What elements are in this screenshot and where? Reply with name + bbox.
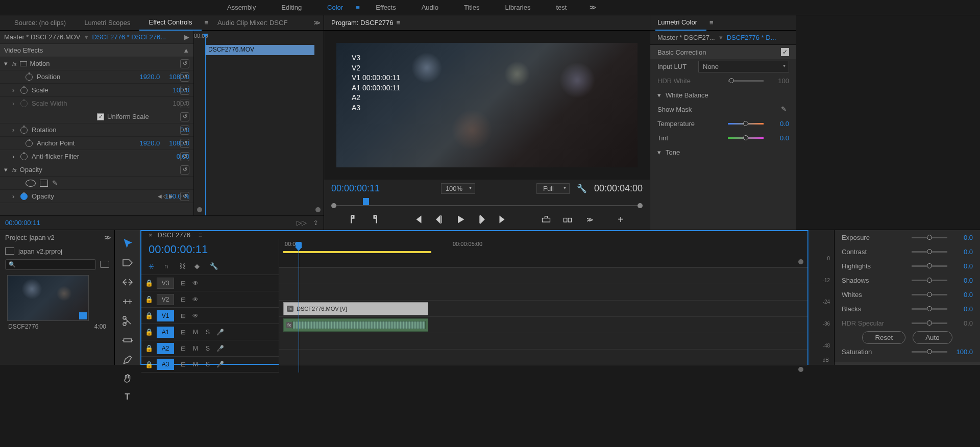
video-clip[interactable]: fx DSCF2776.MOV [V]: [283, 302, 428, 315]
lock-a3-icon[interactable]: 🔒: [141, 361, 157, 368]
pen-mask-icon[interactable]: ✎: [52, 179, 58, 187]
extract-button[interactable]: [562, 214, 573, 225]
contrast-value[interactable]: 0.0: [952, 248, 973, 256]
workspace-assembly[interactable]: Assembly: [214, 4, 268, 11]
tab-lumetri-scopes[interactable]: Lumetri Scopes: [75, 15, 139, 31]
workspace-titles[interactable]: Titles: [451, 4, 493, 11]
ec-scroll-right[interactable]: [315, 207, 321, 212]
twisty-icon[interactable]: ›: [12, 153, 18, 160]
pen-tool-icon[interactable]: [121, 354, 134, 366]
new-bin-icon[interactable]: [100, 261, 109, 268]
creative-header[interactable]: Creative ✓: [835, 362, 980, 365]
reset-rotation-button[interactable]: ↺: [180, 126, 189, 135]
track-content-a1[interactable]: fx: [279, 316, 807, 333]
ripple-edit-tool-icon[interactable]: [121, 276, 134, 288]
twisty-icon[interactable]: ›: [12, 86, 18, 94]
shadows-value[interactable]: 0.0: [952, 277, 973, 284]
marker-icon[interactable]: ◆: [194, 262, 203, 270]
solo-button[interactable]: S: [202, 361, 214, 368]
audio-clip[interactable]: fx: [283, 318, 428, 332]
track-label-v1[interactable]: V1: [157, 310, 174, 321]
reset-opacity-button[interactable]: ↺: [180, 165, 189, 175]
workspace-editing[interactable]: Editing: [268, 4, 314, 11]
temperature-slider[interactable]: [728, 123, 764, 125]
whites-slider[interactable]: [912, 294, 947, 295]
timeline-close-icon[interactable]: ×: [149, 231, 153, 239]
panel-menu-icon[interactable]: ≡: [205, 19, 209, 27]
snap-icon[interactable]: ⚹: [149, 262, 157, 270]
program-menu-icon[interactable]: ≡: [396, 19, 400, 27]
quality-dropdown[interactable]: Full: [536, 183, 570, 194]
workspace-libraries[interactable]: Libraries: [493, 4, 544, 11]
ec-timeline-clip[interactable]: DSCF2776.MOV: [205, 45, 314, 55]
workspace-overflow-icon[interactable]: >>: [590, 4, 594, 11]
project-title[interactable]: Project: japan v2: [5, 234, 55, 241]
ec-motion-row[interactable]: ▾ fx Motion ↺: [0, 57, 193, 70]
workspace-menu-icon[interactable]: ≡: [356, 4, 363, 11]
workspace-test[interactable]: test: [543, 4, 579, 11]
stopwatch-icon[interactable]: [20, 153, 28, 160]
tint-slider[interactable]: [728, 137, 764, 139]
timeline-timecode[interactable]: 00:00:00:11: [141, 239, 279, 260]
program-current-timecode[interactable]: 00:00:00:11: [331, 183, 380, 194]
track-content-a2[interactable]: [279, 333, 807, 349]
lumetri-seq-clip[interactable]: DSCF2776 * D...: [727, 34, 776, 41]
rate-stretch-tool-icon[interactable]: [121, 295, 134, 308]
ec-scroll-left[interactable]: [197, 207, 202, 212]
reset-scale-button[interactable]: ↺: [180, 86, 189, 95]
clip-thumbnail[interactable]: [7, 275, 89, 321]
toggle-output-icon[interactable]: 👁: [189, 312, 202, 319]
track-label-a3[interactable]: A3: [157, 359, 174, 370]
temperature-value[interactable]: 0.0: [769, 120, 789, 128]
track-select-tool-icon[interactable]: [121, 257, 134, 269]
track-content-v2[interactable]: [279, 284, 807, 300]
go-to-in-button[interactable]: [412, 214, 423, 225]
blacks-value[interactable]: 0.0: [952, 305, 973, 313]
solo-button[interactable]: S: [202, 329, 214, 336]
lumetri-menu-icon[interactable]: ≡: [709, 19, 714, 27]
ec-master-label[interactable]: Master * DSCF2776.MOV: [4, 33, 81, 41]
lock-a2-icon[interactable]: 🔒: [141, 344, 157, 352]
program-scrubber[interactable]: [324, 197, 650, 209]
tl-scroll-top[interactable]: [798, 259, 803, 264]
tab-lumetri-color[interactable]: Lumetri Color: [655, 15, 706, 31]
eyedropper-icon[interactable]: ✎: [781, 105, 789, 113]
go-to-out-button[interactable]: [498, 214, 508, 225]
track-label-a2[interactable]: A2: [157, 343, 174, 354]
hand-tool-icon[interactable]: [121, 373, 134, 385]
tone-header[interactable]: ▾Tone: [650, 145, 796, 159]
program-viewer[interactable]: V3 V2 V1 00:00:00:11 A1 00:00:00:11 A2 A…: [324, 31, 650, 180]
exposure-slider[interactable]: [912, 237, 947, 238]
track-label-a1[interactable]: A1: [157, 327, 174, 338]
scrubber-playhead[interactable]: [363, 198, 369, 205]
transport-more-icon[interactable]: >>: [584, 214, 594, 225]
project-search-input[interactable]: 🔍: [5, 259, 96, 270]
ec-video-effects-header[interactable]: Video Effects ▲: [0, 44, 193, 57]
position-x-value[interactable]: 1920.0: [139, 73, 160, 81]
selection-tool-icon[interactable]: [121, 237, 134, 250]
sync-lock-icon[interactable]: ⊟: [177, 296, 189, 303]
settings-icon[interactable]: 🔧: [210, 262, 218, 270]
sync-lock-icon[interactable]: ⊟: [177, 329, 189, 336]
track-content-v1[interactable]: fx DSCF2776.MOV [V]: [279, 300, 807, 316]
play-button[interactable]: [455, 214, 465, 225]
slip-tool-icon[interactable]: [121, 334, 134, 346]
clip-name[interactable]: DSCF2776: [8, 323, 38, 330]
scrubber-end[interactable]: [638, 203, 643, 208]
saturation-value[interactable]: 100.0: [952, 348, 973, 356]
linked-selection-icon[interactable]: ⛓: [179, 262, 187, 270]
track-label-v3[interactable]: V3: [157, 278, 174, 289]
lock-v3-icon[interactable]: 🔒: [141, 279, 157, 287]
tl-scroll-bottom[interactable]: [798, 367, 803, 372]
stopwatch-icon[interactable]: [26, 73, 33, 81]
input-lut-dropdown[interactable]: None: [698, 61, 789, 72]
uniform-scale-checkbox[interactable]: ✓: [97, 113, 104, 120]
sync-lock-icon[interactable]: ⊟: [177, 312, 189, 319]
track-content-a3[interactable]: [279, 349, 807, 365]
sync-lock-icon[interactable]: ⊟: [177, 345, 189, 352]
lock-v2-icon[interactable]: 🔒: [141, 295, 157, 303]
tab-effect-controls[interactable]: Effect Controls: [139, 15, 201, 31]
white-balance-header[interactable]: ▾White Balance: [650, 88, 796, 102]
lock-a1-icon[interactable]: 🔒: [141, 328, 157, 336]
reset-uniform-button[interactable]: ↺: [180, 112, 189, 121]
